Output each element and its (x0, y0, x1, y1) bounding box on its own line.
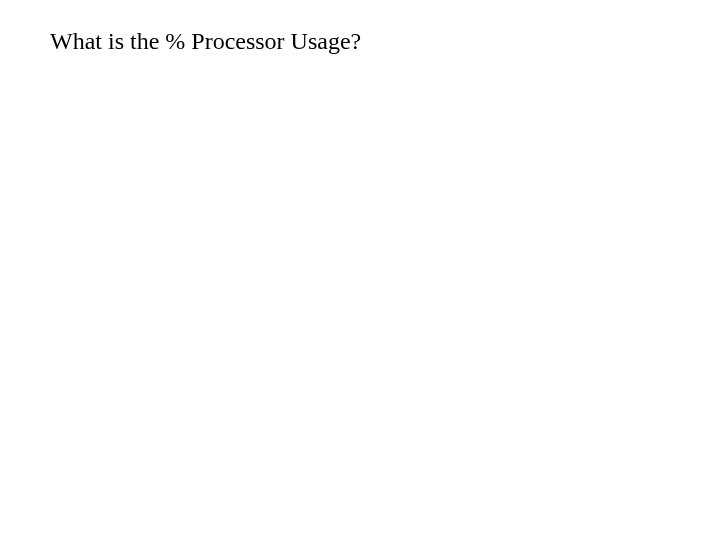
question-text: What is the % Processor Usage? (50, 28, 720, 55)
